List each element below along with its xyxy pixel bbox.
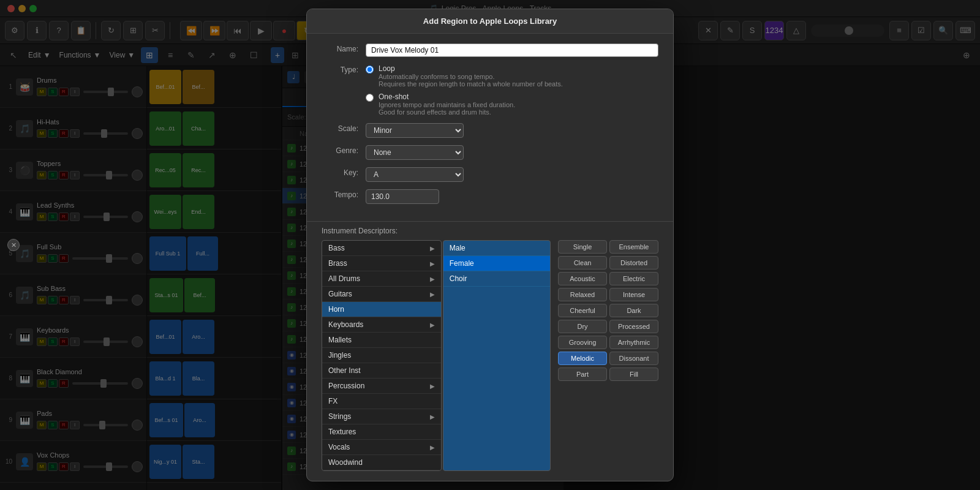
- dialog-body: Name: Type: Loop Automatically conforms …: [307, 34, 673, 221]
- instrument-name: Other Inst: [328, 366, 361, 375]
- oneshot-radio-text: One-shot Ignores tempo and maintains a f…: [379, 92, 515, 116]
- descriptor-row: Relaxed Intense: [558, 288, 658, 301]
- scale-row: Scale: Minor Major Neither Good for Any: [322, 123, 658, 138]
- tempo-input[interactable]: [366, 189, 439, 204]
- key-select[interactable]: A B C D E F G: [366, 167, 464, 182]
- instrument-item[interactable]: Jingles: [322, 348, 441, 363]
- submenu-list: MaleFemaleChoir: [443, 240, 551, 471]
- instrument-item[interactable]: FX: [322, 394, 441, 409]
- instrument-item[interactable]: Other Inst: [322, 363, 441, 379]
- instrument-item[interactable]: Percussion ▶: [322, 379, 441, 394]
- desc-btn-left[interactable]: Relaxed: [558, 288, 607, 301]
- instrument-item[interactable]: Horn: [322, 302, 441, 317]
- descriptor-row: Acoustic Electric: [558, 272, 658, 285]
- type-radio-group: Loop Automatically conforms to song temp…: [366, 64, 658, 116]
- submenu-item[interactable]: Female: [443, 256, 550, 271]
- name-row: Name:: [322, 43, 658, 57]
- instrument-item[interactable]: Vocals ▶: [322, 440, 441, 455]
- submenu-arrow: ▶: [430, 413, 435, 420]
- submenu-arrow: ▶: [430, 383, 435, 390]
- desc-btn-left[interactable]: Grooving: [558, 336, 607, 349]
- submenu-arrow: ▶: [430, 291, 435, 298]
- instrument-name: Percussion: [328, 382, 364, 390]
- desc-btn-right[interactable]: Dark: [609, 304, 658, 317]
- desc-btn-left[interactable]: Clean: [558, 256, 607, 270]
- key-label: Key:: [322, 167, 358, 177]
- instrument-item[interactable]: Woodwind: [322, 455, 441, 470]
- desc-btn-right[interactable]: Intense: [609, 288, 658, 301]
- submenu-arrow: ▶: [430, 322, 435, 328]
- instrument-name: Keyboards: [328, 320, 363, 329]
- instrument-name: Brass: [328, 259, 347, 268]
- instrument-name: All Drums: [328, 274, 360, 283]
- instrument-item[interactable]: Keyboards ▶: [322, 317, 441, 333]
- descriptor-row: Grooving Arrhythmic: [558, 336, 658, 349]
- instrument-item[interactable]: All Drums ▶: [322, 271, 441, 287]
- instrument-name: Woodwind: [328, 458, 363, 467]
- type-row: Type: Loop Automatically conforms to son…: [322, 64, 658, 116]
- instrument-name: Horn: [328, 305, 344, 314]
- instrument-item[interactable]: Brass ▶: [322, 256, 441, 271]
- instrument-item[interactable]: Textures: [322, 424, 441, 440]
- descriptor-buttons: Single Ensemble Clean Distorted Acoustic…: [558, 240, 658, 471]
- loop-radio-row: Loop Automatically conforms to song temp…: [366, 64, 658, 88]
- desc-btn-left[interactable]: Melodic: [558, 352, 607, 365]
- dialog-title: ✕ Add Region to Apple Loops Library: [307, 9, 673, 34]
- name-label: Name:: [322, 43, 358, 53]
- desc-btn-right[interactable]: Dissonant: [609, 352, 658, 365]
- instrument-item[interactable]: Mallets: [322, 333, 441, 348]
- desc-btn-left[interactable]: Acoustic: [558, 272, 607, 285]
- descriptor-row: Clean Distorted: [558, 256, 658, 270]
- genre-label: Genre:: [322, 145, 358, 155]
- genre-select[interactable]: None Alternative Ambient Blues Jazz Rock: [366, 145, 464, 160]
- instrument-name: Mallets: [328, 336, 352, 344]
- tempo-label: Tempo:: [322, 189, 358, 199]
- type-label: Type:: [322, 64, 358, 74]
- instrument-name: Vocals: [328, 443, 350, 451]
- genre-row: Genre: None Alternative Ambient Blues Ja…: [322, 145, 658, 160]
- instrument-item[interactable]: Bass ▶: [322, 241, 441, 256]
- desc-btn-right[interactable]: Processed: [609, 320, 658, 333]
- instrument-item[interactable]: Strings ▶: [322, 409, 441, 424]
- desc-btn-left[interactable]: Part: [558, 368, 607, 381]
- instrument-name: Textures: [328, 428, 356, 436]
- submenu-arrow: ▶: [430, 444, 435, 451]
- add-loop-dialog: ✕ Add Region to Apple Loops Library Name…: [306, 9, 674, 481]
- key-row: Key: A B C D E F G: [322, 167, 658, 182]
- scale-label: Scale:: [322, 123, 358, 133]
- submenu-item[interactable]: Male: [443, 241, 550, 256]
- descriptor-row: Melodic Dissonant: [558, 352, 658, 365]
- instrument-name: Strings: [328, 412, 351, 421]
- name-input[interactable]: [366, 43, 658, 57]
- oneshot-radio[interactable]: [366, 94, 374, 102]
- submenu-arrow: ▶: [430, 276, 435, 282]
- instrument-item[interactable]: Guitars ▶: [322, 287, 441, 302]
- desc-btn-right[interactable]: Fill: [609, 368, 658, 381]
- oneshot-radio-row: One-shot Ignores tempo and maintains a f…: [366, 92, 658, 116]
- desc-btn-right[interactable]: Electric: [609, 272, 658, 285]
- descriptor-row: Part Fill: [558, 368, 658, 381]
- desc-btn-right[interactable]: Ensemble: [609, 240, 658, 254]
- instrument-name: Guitars: [328, 290, 352, 298]
- instrument-name: Bass: [328, 244, 345, 252]
- scale-select[interactable]: Minor Major Neither Good for Any: [366, 123, 464, 138]
- descriptors-area: Bass ▶ Brass ▶ All Drums ▶ Guitars ▶ Hor…: [322, 240, 658, 471]
- instrument-list: Bass ▶ Brass ▶ All Drums ▶ Guitars ▶ Hor…: [322, 240, 442, 471]
- submenu-arrow: ▶: [430, 260, 435, 267]
- loop-radio[interactable]: [366, 66, 374, 74]
- submenu-arrow: ▶: [430, 245, 435, 252]
- desc-btn-right[interactable]: Distorted: [609, 256, 658, 270]
- tempo-row: Tempo:: [322, 189, 658, 204]
- descriptor-row: Single Ensemble: [558, 240, 658, 254]
- instrument-name: Jingles: [328, 351, 351, 360]
- desc-btn-left[interactable]: Cheerful: [558, 304, 607, 317]
- desc-btn-left[interactable]: Dry: [558, 320, 607, 333]
- descriptors-section: Instrument Descriptors: Bass ▶ Brass ▶ A…: [307, 221, 673, 481]
- submenu-item[interactable]: Choir: [443, 271, 550, 287]
- loop-radio-text: Loop Automatically conforms to song temp…: [379, 64, 563, 88]
- desc-btn-left[interactable]: Single: [558, 240, 607, 254]
- dialog-overlay: ✕ Add Region to Apple Loops Library Name…: [0, 0, 980, 490]
- desc-btn-right[interactable]: Arrhythmic: [609, 336, 658, 349]
- descriptor-row: Cheerful Dark: [558, 304, 658, 317]
- descriptor-row: Dry Processed: [558, 320, 658, 333]
